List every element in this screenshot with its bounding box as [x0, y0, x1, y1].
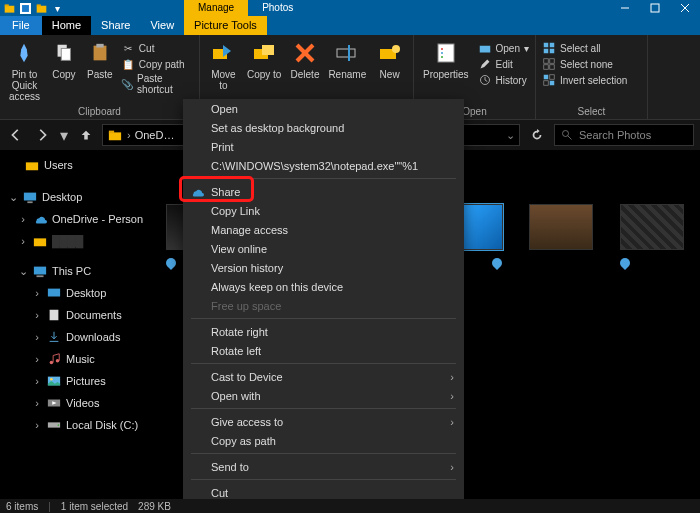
tree-item-videos[interactable]: ›Videos [4, 392, 158, 414]
tab-picture-tools[interactable]: Picture Tools [184, 16, 267, 35]
tree-item-desktop[interactable]: ⌄Desktop [4, 186, 158, 208]
refresh-button[interactable] [526, 124, 548, 146]
properties-button[interactable]: Properties [420, 39, 472, 80]
ctx-rotate-right[interactable]: Rotate right [183, 322, 464, 341]
manage-tab[interactable]: Manage [184, 0, 248, 16]
expand-icon[interactable]: › [32, 353, 42, 365]
expand-icon[interactable]: › [18, 235, 28, 247]
ctx-open[interactable]: Open [183, 99, 464, 118]
copy-path-icon: 📋 [121, 57, 135, 71]
ctx-give-access[interactable]: Give access to› [183, 412, 464, 431]
svg-rect-19 [337, 49, 355, 57]
ctx-always-keep[interactable]: Always keep on this device [183, 277, 464, 296]
tree-item-desktop2[interactable]: ›Desktop [4, 282, 158, 304]
svg-point-25 [441, 52, 443, 54]
thumbnail[interactable] [620, 204, 684, 250]
svg-rect-30 [550, 43, 555, 48]
ctx-copy-as-path[interactable]: Copy as path [183, 431, 464, 450]
ctx-notepad[interactable]: C:\WINDOWS\system32\notepad.exe""%1 [183, 156, 464, 175]
ctx-set-bg[interactable]: Set as desktop background [183, 118, 464, 137]
tab-share[interactable]: Share [91, 16, 140, 35]
submenu-arrow-icon: › [450, 416, 454, 428]
move-to-button[interactable]: Move to [206, 39, 241, 91]
select-group-label: Select [542, 105, 641, 117]
copy-to-icon [250, 39, 278, 67]
expand-icon[interactable]: › [32, 309, 42, 321]
copy-button[interactable]: Copy [49, 39, 79, 80]
select-all-button[interactable]: Select all [542, 41, 627, 55]
maximize-button[interactable] [640, 0, 670, 16]
submenu-arrow-icon: › [450, 371, 454, 383]
expand-icon[interactable]: › [32, 375, 42, 387]
edit-button[interactable]: Edit [478, 57, 529, 71]
pin-to-quick-access-button[interactable]: Pin to Quick access [6, 39, 43, 102]
expand-icon[interactable]: › [32, 287, 42, 299]
tree-item-unnamed[interactable]: ›████ [4, 230, 158, 252]
copy-path-button[interactable]: 📋Copy path [121, 57, 193, 71]
collapse-icon[interactable]: ⌄ [8, 191, 18, 204]
search-icon [561, 129, 573, 141]
svg-rect-13 [96, 44, 103, 48]
qa-folder-icon[interactable] [35, 2, 48, 15]
navigation-pane[interactable]: Users ⌄Desktop ›OneDrive - Person ›████ … [0, 150, 158, 499]
tree-item-thispc[interactable]: ⌄This PC [4, 260, 158, 282]
tab-view[interactable]: View [140, 16, 184, 35]
paste-shortcut-button[interactable]: 📎Paste shortcut [121, 73, 193, 95]
ctx-open-with[interactable]: Open with› [183, 386, 464, 405]
svg-point-56 [50, 378, 53, 381]
thumbnail-selected[interactable] [463, 204, 503, 250]
expand-icon[interactable]: › [32, 397, 42, 409]
back-button[interactable] [6, 125, 26, 145]
ctx-cast[interactable]: Cast to Device› [183, 367, 464, 386]
tree-item-downloads[interactable]: ›Downloads [4, 326, 158, 348]
close-button[interactable] [670, 0, 700, 16]
expand-icon[interactable]: › [32, 331, 42, 343]
ctx-copy-link[interactable]: Copy Link [183, 201, 464, 220]
cut-button[interactable]: ✂Cut [121, 41, 193, 55]
tree-item-pictures[interactable]: ›Pictures [4, 370, 158, 392]
collapse-icon[interactable]: ⌄ [18, 265, 28, 278]
expand-icon[interactable]: › [32, 419, 42, 431]
ctx-manage-access[interactable]: Manage access [183, 220, 464, 239]
svg-rect-7 [651, 4, 659, 12]
svg-rect-35 [544, 65, 549, 70]
svg-rect-49 [34, 267, 46, 275]
history-button[interactable]: History [478, 73, 529, 87]
file-menu[interactable]: File [0, 16, 42, 35]
qa-dropdown-icon[interactable]: ▾ [51, 2, 64, 15]
ctx-view-online[interactable]: View online [183, 239, 464, 258]
tree-item-localdisk[interactable]: ›Local Disk (C:) [4, 414, 158, 436]
rename-button[interactable]: Rename [328, 39, 366, 80]
search-placeholder: Search Photos [579, 129, 651, 141]
tree-item-onedrive[interactable]: ›OneDrive - Person [4, 208, 158, 230]
tree-item-music[interactable]: ›Music [4, 348, 158, 370]
copy-to-button[interactable]: Copy to [247, 39, 282, 80]
ctx-rotate-left[interactable]: Rotate left [183, 341, 464, 360]
ctx-print[interactable]: Print [183, 137, 464, 156]
expand-icon[interactable]: › [18, 213, 28, 225]
ctx-send-to[interactable]: Send to› [183, 457, 464, 476]
tab-home[interactable]: Home [42, 16, 91, 35]
tree-item-users[interactable]: Users [4, 154, 158, 176]
svg-rect-27 [479, 46, 490, 53]
address-dropdown[interactable]: ⌄ [506, 129, 515, 142]
forward-button[interactable] [32, 125, 52, 145]
ctx-version-history[interactable]: Version history [183, 258, 464, 277]
select-none-button[interactable]: Select none [542, 57, 627, 71]
up-button[interactable] [76, 125, 96, 145]
thumbnail[interactable] [529, 204, 593, 250]
invert-selection-button[interactable]: Invert selection [542, 73, 627, 87]
folder-icon [32, 233, 48, 249]
breadcrumb[interactable]: OneD… [135, 129, 175, 141]
ctx-share[interactable]: Share [183, 182, 464, 201]
delete-button[interactable]: Delete [288, 39, 323, 80]
tree-item-documents[interactable]: ›Documents [4, 304, 158, 326]
open-button[interactable]: Open ▾ [478, 41, 529, 55]
minimize-button[interactable] [610, 0, 640, 16]
new-folder-button[interactable]: New [372, 39, 407, 80]
paste-button[interactable]: Paste [85, 39, 115, 80]
new-folder-icon [376, 39, 404, 67]
search-input[interactable]: Search Photos [554, 124, 694, 146]
qa-save-icon[interactable] [19, 2, 32, 15]
recent-locations-button[interactable]: ▾ [58, 125, 70, 145]
